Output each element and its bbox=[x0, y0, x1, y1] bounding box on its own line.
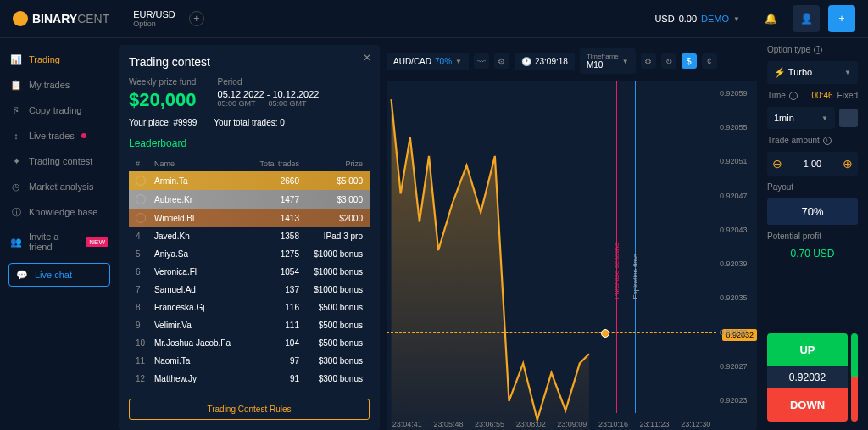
invite-icon: 👥 bbox=[10, 236, 22, 248]
indicators-button[interactable]: ⚙ bbox=[494, 53, 509, 69]
rules-button[interactable]: Trading Contest Rules bbox=[129, 399, 370, 420]
amount-plus-button[interactable]: ⊕ bbox=[837, 152, 858, 176]
expiration-line: Expiration time bbox=[635, 81, 636, 413]
leaderboard-title: Leaderboard bbox=[129, 137, 370, 149]
copy-icon: ⎘ bbox=[10, 104, 22, 116]
sidebar-item-knowledge[interactable]: ⓘKnowledge base bbox=[0, 199, 119, 225]
sidebar-item-mytrades[interactable]: 📋My trades bbox=[0, 72, 119, 98]
sidebar-item-contest[interactable]: ✦Trading contest bbox=[0, 148, 119, 174]
chart[interactable]: Purchase deadline Expiration time 0.9203… bbox=[387, 81, 757, 430]
knowledge-icon: ⓘ bbox=[10, 206, 22, 218]
sidebar-item-trading[interactable]: 📊Trading bbox=[0, 47, 119, 72]
leaderboard-row[interactable]: 4Javed.Kh1358IPad 3 pro bbox=[129, 227, 370, 245]
sidebar-label: Invite a friend bbox=[29, 232, 79, 252]
settings-button[interactable]: ⚙ bbox=[641, 53, 656, 69]
live-dot-icon bbox=[81, 133, 86, 138]
leaderboard-header: # Name Total trades Prize bbox=[129, 156, 370, 171]
leaderboard-row[interactable]: 9Velimir.Va111$500 bonus bbox=[129, 316, 370, 334]
sliders-icon: ⚙ bbox=[498, 57, 505, 66]
pair-tab[interactable]: EUR/USD Option bbox=[126, 6, 182, 31]
option-type-dropdown[interactable]: ⚡ Turbo▼ bbox=[767, 61, 858, 84]
info-icon[interactable]: i bbox=[823, 137, 832, 145]
chevron-down-icon: ▼ bbox=[733, 15, 740, 23]
time-countdown: 00:46 bbox=[812, 91, 833, 100]
notifications-button[interactable]: 🔔 bbox=[757, 5, 784, 32]
sidebar-item-analysis[interactable]: ◷Market analysis bbox=[0, 174, 119, 199]
chart-pair-dropdown[interactable]: AUD/CAD 70% ▼ bbox=[387, 53, 469, 70]
period-dates: 05.12.2022 - 10.12.2022 bbox=[218, 89, 320, 99]
user-icon: 👤 bbox=[800, 13, 813, 25]
info-icon[interactable]: i bbox=[789, 92, 798, 100]
chart-line bbox=[387, 81, 716, 430]
time-label: Time i bbox=[767, 91, 798, 100]
current-price-marker bbox=[601, 329, 609, 338]
balance-dropdown[interactable]: USD 0.00 DEMO ▼ bbox=[646, 9, 748, 28]
balance-amount: 0.00 bbox=[679, 14, 697, 24]
chart-toolbar: AUD/CAD 70% ▼ 〰 ⚙ 🕐 23:09:18 TimeframeM1… bbox=[387, 45, 757, 77]
down-button[interactable]: DOWN bbox=[767, 388, 848, 422]
logo-icon bbox=[13, 11, 28, 26]
sidebar-item-copytrading[interactable]: ⎘Copy trading bbox=[0, 98, 119, 123]
up-button[interactable]: UP bbox=[767, 333, 848, 366]
leaderboard-row[interactable]: 5Aniya.Sa1275$1000 bonus bbox=[129, 245, 370, 263]
add-pair-button[interactable]: + bbox=[189, 11, 204, 26]
sidebar-label: Knowledge base bbox=[29, 207, 97, 217]
chevron-down-icon: ▼ bbox=[821, 114, 828, 122]
line-chart-icon: 〰 bbox=[477, 57, 486, 66]
sidebar-item-livetrades[interactable]: ↕Live trades bbox=[0, 123, 119, 148]
refresh-button[interactable]: ↻ bbox=[661, 53, 676, 69]
sidebar-label: Copy trading bbox=[29, 105, 81, 115]
mytrades-icon: 📋 bbox=[10, 79, 22, 91]
info-icon[interactable]: i bbox=[814, 46, 822, 54]
period-label: Period bbox=[218, 77, 320, 87]
chart-time: 🕐 23:09:18 bbox=[515, 53, 575, 70]
pair-name: EUR/USD bbox=[133, 9, 175, 20]
sentiment-bar bbox=[851, 333, 858, 422]
currency-dollar-button[interactable]: $ bbox=[682, 53, 697, 69]
leaderboard-row[interactable]: 10Mr.Joshua Jacob.Fa104$500 bonus bbox=[129, 334, 370, 352]
leaderboard-row[interactable]: 8Franceska.Gj116$500 bonus bbox=[129, 299, 370, 316]
leaderboard-row[interactable]: 7Samuel.Ad137$1000 bonus bbox=[129, 281, 370, 299]
balance-prefix: USD bbox=[654, 14, 674, 24]
logo[interactable]: BINARYCENT bbox=[13, 11, 109, 26]
sidebar-item-chat[interactable]: 💬Live chat bbox=[8, 263, 110, 287]
balance-demo: DEMO bbox=[701, 14, 729, 24]
deposit-button[interactable]: + bbox=[828, 5, 855, 32]
timeframe-dropdown[interactable]: TimeframeM10 ▼ bbox=[580, 48, 636, 74]
user-button[interactable]: 👤 bbox=[793, 5, 820, 32]
option-type-label: Option type i bbox=[767, 45, 858, 54]
leaderboard-row[interactable]: Winfield.Bl1413$2000 bbox=[129, 209, 370, 227]
fixed-toggle[interactable] bbox=[839, 109, 858, 127]
analysis-icon: ◷ bbox=[10, 181, 22, 193]
amount-label: Trade amount i bbox=[767, 136, 858, 145]
sidebar-item-invite[interactable]: 👥Invite a friendNEW bbox=[0, 225, 119, 259]
leaderboard-row[interactable]: Aubree.Kr1477$3 000 bbox=[129, 190, 370, 209]
leaderboard-row[interactable]: 13Marcos.So85$300 bonus bbox=[129, 388, 370, 392]
logo-text-b: BINARY bbox=[32, 12, 77, 25]
contest-panel: ✕ Trading contest Weekly prize fund $20,… bbox=[119, 45, 380, 430]
leaderboard-row[interactable]: 11Naomi.Ta97$300 bonus bbox=[129, 352, 370, 370]
x-axis: 23:04:4123:05:4823:06:5523:08:0223:09:09… bbox=[387, 420, 716, 428]
time-dropdown[interactable]: 1min▼ bbox=[767, 107, 835, 129]
amount-value[interactable]: 1.00 bbox=[787, 159, 837, 169]
currency-cents-button[interactable]: ¢ bbox=[702, 53, 717, 69]
chart-type-button[interactable]: 〰 bbox=[474, 53, 489, 69]
leaderboard-row[interactable]: Armin.Ta2660$5 000 bbox=[129, 171, 370, 190]
sidebar-label: Trading bbox=[29, 54, 60, 64]
close-button[interactable]: ✕ bbox=[363, 52, 371, 64]
your-trades: Your total trades: 0 bbox=[214, 118, 285, 127]
chevron-down-icon: ▼ bbox=[622, 58, 629, 65]
current-price-line bbox=[387, 332, 716, 333]
sidebar-label: Live trades bbox=[29, 131, 75, 141]
chevron-down-icon: ▼ bbox=[455, 58, 462, 65]
plus-icon: + bbox=[838, 13, 844, 25]
amount-minus-button[interactable]: ⊖ bbox=[767, 152, 787, 176]
clock-icon: 🕐 bbox=[521, 57, 531, 66]
leaderboard-row[interactable]: 12Matthew.Jy91$300 bonus bbox=[129, 370, 370, 388]
leaderboard-body: Armin.Ta2660$5 000Aubree.Kr1477$3 000Win… bbox=[129, 171, 370, 392]
bell-icon: 🔔 bbox=[765, 13, 777, 25]
your-place: Your place: #9999 bbox=[129, 118, 197, 127]
profit-value: 0.70 USD bbox=[767, 248, 858, 260]
leaderboard-row[interactable]: 6Veronica.Fl1054$1000 bonus bbox=[129, 263, 370, 281]
purchase-deadline-line: Purchase deadline bbox=[616, 81, 617, 413]
